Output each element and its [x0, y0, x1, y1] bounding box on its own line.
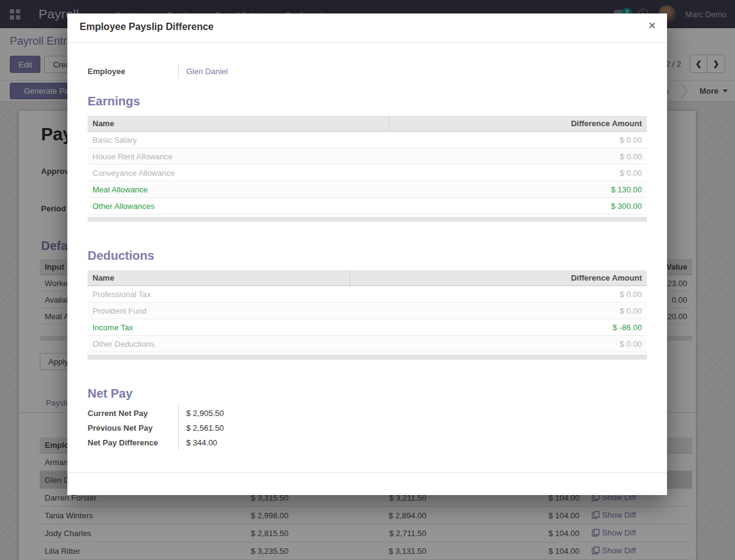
employee-field-value: Glen Daniel [178, 64, 228, 78]
net-pay-block: Current Net Pay $ 2,905.50 Previous Net … [88, 406, 647, 450]
table-row: House Rent Allowance $ 0.00 [88, 148, 647, 165]
column-header-name[interactable]: Name [88, 116, 390, 131]
rule-name: Meal Allowance [88, 185, 390, 194]
table-row: Income Tax $ -86.00 [88, 319, 647, 336]
difference-amount: $ 0.00 [350, 306, 647, 316]
rule-name: Other Deductions [88, 339, 350, 349]
column-header-difference-amount[interactable]: Difference Amount [350, 273, 647, 282]
rule-name: Other Allowances [88, 202, 390, 211]
difference-amount: $ 0.00 [350, 290, 647, 299]
difference-amount: $ 0.00 [390, 168, 647, 178]
modal-header: Employee Payslip Difference ✕ [67, 13, 667, 43]
difference-amount: $ 0.00 [390, 152, 647, 161]
close-icon[interactable]: ✕ [648, 20, 656, 31]
net-pay-value: $ 344.00 [178, 435, 217, 450]
difference-amount: $ -86.00 [350, 323, 647, 332]
table-row: Other Allowances $ 300.00 [88, 198, 647, 214]
table-footer-strip [88, 355, 647, 360]
rule-name: Conveyance Allowance [88, 168, 390, 178]
employee-field-row: Employee Glen Daniel [88, 64, 647, 78]
deductions-table-header: Name Difference Amount [88, 270, 647, 286]
earnings-heading: Earnings [88, 94, 647, 108]
difference-amount: $ 130.00 [390, 185, 647, 194]
net-pay-row: Current Net Pay $ 2,905.50 [88, 406, 647, 420]
net-pay-label: Net Pay Difference [88, 438, 178, 447]
net-pay-row: Net Pay Difference $ 344.00 [88, 435, 647, 450]
modal-title: Employee Payslip Difference [80, 21, 655, 32]
deductions-heading: Deductions [88, 249, 647, 263]
table-row: Meal Allowance $ 130.00 [88, 181, 647, 198]
modal-body: Employee Glen Daniel Earnings Name Diffe… [67, 43, 667, 450]
table-row: Professional Tax $ 0.00 [88, 286, 647, 303]
net-pay-row: Previous Net Pay $ 2,561.50 [88, 420, 647, 435]
deductions-table: Name Difference Amount Professional Tax … [88, 270, 647, 360]
table-row: Basic Salary $ 0.00 [88, 132, 647, 148]
net-pay-label: Current Net Pay [88, 409, 178, 418]
rule-name: House Rent Allowance [88, 152, 390, 161]
employee-link[interactable]: Glen Daniel [186, 67, 228, 76]
page: Payroll Contracts Payslips Payroll Entri… [0, 0, 735, 560]
net-pay-value: $ 2,905.50 [178, 406, 224, 420]
net-pay-value: $ 2,561.50 [178, 420, 224, 435]
net-pay-label: Previous Net Pay [88, 423, 178, 433]
table-row: Provident Fund $ 0.00 [88, 303, 647, 319]
employee-field-label: Employee [88, 67, 178, 76]
rule-name: Income Tax [88, 323, 350, 332]
modal-footer [67, 472, 667, 495]
rule-name: Provident Fund [88, 306, 350, 316]
difference-amount: $ 0.00 [350, 339, 647, 349]
earnings-table: Name Difference Amount Basic Salary $ 0.… [88, 116, 647, 222]
rule-name: Basic Salary [88, 135, 390, 145]
difference-amount: $ 0.00 [390, 135, 647, 145]
table-footer-strip [88, 217, 647, 222]
column-header-name[interactable]: Name [88, 270, 350, 286]
earnings-table-header: Name Difference Amount [88, 116, 647, 132]
payslip-difference-modal: Employee Payslip Difference ✕ Employee G… [67, 13, 667, 495]
table-row: Other Deductions $ 0.00 [88, 336, 647, 352]
net-pay-heading: Net Pay [88, 387, 647, 401]
table-row: Conveyance Allowance $ 0.00 [88, 165, 647, 181]
column-header-difference-amount[interactable]: Difference Amount [390, 119, 647, 128]
rule-name: Professional Tax [88, 290, 350, 299]
difference-amount: $ 300.00 [390, 202, 647, 211]
